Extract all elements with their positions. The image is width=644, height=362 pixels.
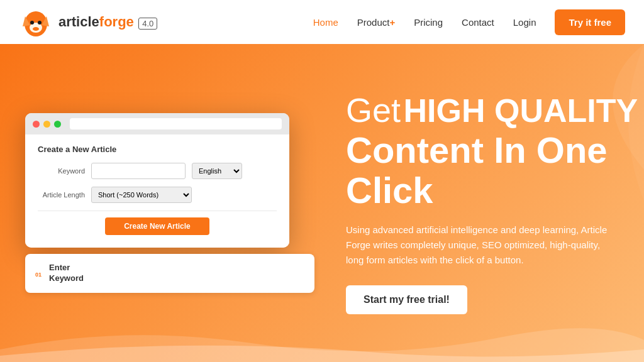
article-length-row: Article Length Short (~250 Words) bbox=[38, 187, 277, 203]
hero-description: Using advanced artificial intelligence a… bbox=[346, 222, 610, 268]
nav-product[interactable]: Product+ bbox=[357, 17, 395, 28]
try-free-button[interactable]: Try it free bbox=[555, 9, 625, 35]
nav-login[interactable]: Login bbox=[513, 17, 536, 28]
form-area: Create a New Article Keyword English Art… bbox=[25, 134, 289, 248]
main-nav: Home Product+ Pricing Contact Login Try … bbox=[313, 9, 625, 35]
maximize-dot-icon bbox=[54, 121, 61, 128]
hero-headline: Get HIGH QUALITY Content In One Click bbox=[346, 92, 644, 211]
step-number: 01 bbox=[35, 268, 42, 279]
browser-bar bbox=[25, 113, 289, 134]
step-card: 01 Enter Keyword bbox=[25, 254, 314, 293]
keyword-input[interactable] bbox=[91, 163, 186, 179]
hero-section: Create a New Article Keyword English Art… bbox=[0, 44, 644, 362]
create-article-button[interactable]: Create New Article bbox=[105, 217, 209, 235]
step-label: Enter Keyword bbox=[49, 263, 84, 284]
form-divider bbox=[38, 211, 277, 211]
browser-mockup: Create a New Article Keyword English Art… bbox=[25, 113, 289, 248]
logo: articleforge 4.0 bbox=[19, 5, 157, 40]
svg-point-5 bbox=[38, 21, 42, 25]
nav-contact[interactable]: Contact bbox=[462, 17, 494, 28]
form-title: Create a New Article bbox=[38, 145, 277, 154]
url-bar bbox=[70, 118, 282, 129]
article-length-select[interactable]: Short (~250 Words) bbox=[91, 187, 192, 203]
version-badge: 4.0 bbox=[138, 18, 157, 30]
nav-home[interactable]: Home bbox=[313, 17, 338, 28]
right-content: Get HIGH QUALITY Content In One Click Us… bbox=[314, 92, 644, 315]
close-dot-icon bbox=[33, 121, 40, 128]
nav-pricing[interactable]: Pricing bbox=[414, 17, 443, 28]
logo-text: articleforge 4.0 bbox=[58, 14, 157, 30]
fox-logo-icon bbox=[19, 5, 53, 40]
wave-bottom-decoration bbox=[0, 312, 644, 362]
keyword-label: Keyword bbox=[38, 167, 85, 175]
keyword-row: Keyword English bbox=[38, 163, 277, 179]
header: articleforge 4.0 Home Product+ Pricing C… bbox=[0, 0, 644, 44]
free-trial-button[interactable]: Start my free trial! bbox=[346, 285, 467, 314]
article-length-label: Article Length bbox=[38, 191, 85, 199]
svg-point-4 bbox=[30, 21, 34, 25]
left-content: Create a New Article Keyword English Art… bbox=[0, 113, 314, 293]
minimize-dot-icon bbox=[43, 121, 50, 128]
svg-point-6 bbox=[33, 27, 39, 31]
language-select[interactable]: English bbox=[192, 163, 242, 179]
